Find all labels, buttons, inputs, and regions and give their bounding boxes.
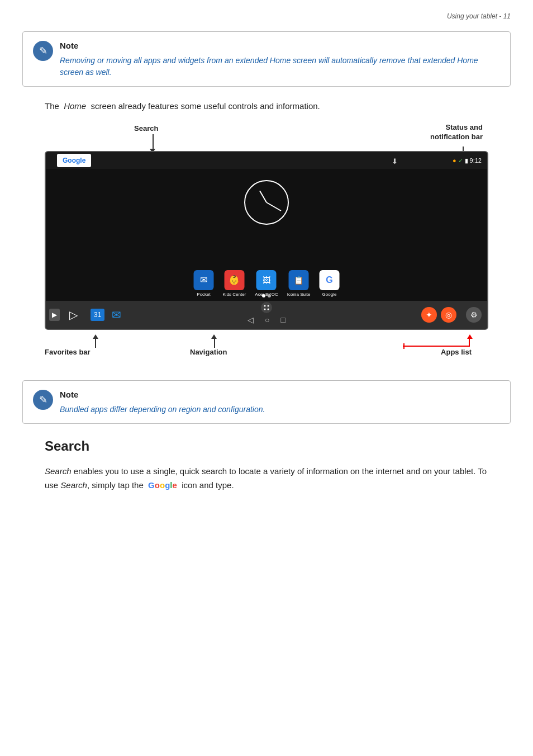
label-search: Search xyxy=(134,123,158,134)
label-favorites: Favorites bar xyxy=(45,347,91,358)
google-logo-inline: Google xyxy=(148,480,179,490)
label-navigation: Navigation xyxy=(190,347,227,358)
app-kids: 👶 Kids Center xyxy=(223,270,246,298)
fav-arrow-head xyxy=(93,334,98,339)
note-icon-2: ✎ xyxy=(33,390,53,410)
status-battery: ▮ xyxy=(465,156,468,166)
svg-point-2 xyxy=(264,309,266,310)
calendar-icon: 31 xyxy=(91,309,104,321)
clock-hand-hour xyxy=(259,191,267,203)
note-content-1: Note Removing or moving all apps and wid… xyxy=(60,40,500,78)
svg-point-3 xyxy=(268,309,269,310)
acer-icon-box: 🖼 xyxy=(256,270,277,290)
note-text-1: Removing or moving all apps and widgets … xyxy=(60,55,500,78)
search-arrow-line xyxy=(153,134,154,150)
iconia-label: Iconia Suite xyxy=(287,291,311,298)
app-google: G Google xyxy=(319,270,339,298)
note-icon-1: ✎ xyxy=(33,41,53,61)
note-content-2: Note Bundled apps differ depending on re… xyxy=(60,389,265,415)
note-text-2: Bundled apps differ depending on region … xyxy=(60,404,265,415)
settings-icon: ✦ xyxy=(421,307,437,323)
home-btn: ○ xyxy=(265,314,269,326)
appslist-horiz-line xyxy=(403,346,470,347)
mic-icon: ⬇ xyxy=(392,156,398,167)
back-btn: ◁ xyxy=(248,314,254,326)
note-box-1: ✎ Note Removing or moving all apps and w… xyxy=(22,31,511,87)
status-icons: ● ✓ ▮ 9:12 xyxy=(453,156,482,166)
fav-icon-1: ▷ xyxy=(69,306,78,323)
tablet-screen: Google ⬇ ● ✓ ▮ 9:12 ✉ Pocket 👶 Kids Cent… xyxy=(45,151,488,330)
kids-icon-box: 👶 xyxy=(224,270,244,290)
pocket-label: Pocket xyxy=(197,291,210,298)
note-title-2: Note xyxy=(60,389,265,401)
page-header: Using your tablet - 11 xyxy=(22,11,511,21)
dot-2 xyxy=(268,294,271,297)
bottom-labels: Favorites bar Navigation Apps list xyxy=(45,330,488,363)
status-dot-orange: ● xyxy=(453,156,456,166)
gear-icon: ⚙ xyxy=(466,307,482,323)
label-appslist: Apps list xyxy=(441,347,472,358)
nav-arrow-head xyxy=(211,334,217,339)
dot-1 xyxy=(262,294,265,297)
camera-icon: ◎ xyxy=(441,307,456,323)
google-app-label: Google xyxy=(322,291,337,298)
appslist-left-vert xyxy=(403,343,404,349)
search-section-body: Search enables you to use a single, quic… xyxy=(45,464,488,493)
prev-screen-btn: ▶ xyxy=(49,309,60,321)
svg-point-1 xyxy=(268,305,269,307)
google-icon-box: G xyxy=(319,270,339,290)
status-time: 9:12 xyxy=(470,156,482,166)
kids-label: Kids Center xyxy=(223,291,246,298)
diagram-area: Search Status andnotification bar Google… xyxy=(45,123,488,363)
pocket-icon-box: ✉ xyxy=(194,270,214,290)
mail-icon: ✉ xyxy=(112,306,121,323)
iconia-icon-box: 📋 xyxy=(289,270,309,290)
google-search-bar: Google xyxy=(57,154,91,167)
apps-grid-icon xyxy=(261,302,272,313)
label-status: Status andnotification bar xyxy=(430,123,483,142)
intro-text: The Home screen already features some us… xyxy=(45,99,488,114)
clock-widget xyxy=(244,180,289,225)
screen-top-bar: Google ⬇ ● ✓ ▮ 9:12 xyxy=(46,152,487,169)
app-iconia: 📋 Iconia Suite xyxy=(287,270,311,298)
favorites-bar: ▶ ▷ 31 ✉ ◁ ○ □ ✦ ◎ xyxy=(46,301,487,329)
app-pocket: ✉ Pocket xyxy=(194,270,214,298)
recents-btn: □ xyxy=(281,314,285,326)
clock-hand-min xyxy=(266,202,282,211)
page-dots xyxy=(262,294,271,297)
note-title-1: Note xyxy=(60,40,500,53)
appslist-arrow-head xyxy=(467,334,473,339)
search-section-title: Search xyxy=(45,436,488,456)
status-check: ✓ xyxy=(458,156,463,166)
svg-point-0 xyxy=(264,305,266,307)
note-box-2: ✎ Note Bundled apps differ depending on … xyxy=(22,380,511,424)
nav-buttons: ◁ ○ □ xyxy=(248,314,285,326)
